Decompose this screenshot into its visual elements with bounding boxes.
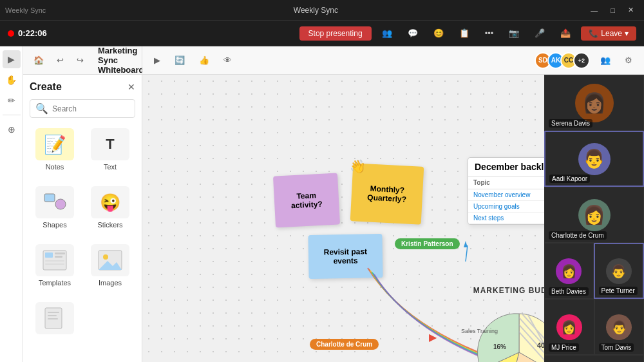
shapes-item[interactable]: Shapes <box>30 181 80 234</box>
settings-btn[interactable]: ⚙ <box>621 53 636 67</box>
whiteboard-canvas[interactable]: Team activity? Monthly? Quarterly? Revis… <box>142 75 544 362</box>
chat-btn[interactable]: 💬 <box>402 26 423 41</box>
create-title: Create <box>30 81 62 93</box>
add-tool[interactable]: ⊕ <box>3 120 21 138</box>
text-icon: T <box>91 128 129 160</box>
avatar-mj: 👩 <box>556 314 582 340</box>
video-row-mj-tom: 👩 MJ Price 👨 Tom Davis <box>544 299 644 355</box>
svg-point-1 <box>55 199 66 209</box>
top-toolbar: 0:22:06 Stop presenting 👥 💬 😊 📋 ••• 📷 🎤 … <box>0 21 644 46</box>
video-feed-last: 👩🏼 <box>544 355 644 362</box>
tag-charlotte: Charlotte de Crum <box>310 339 379 350</box>
svg-text:Sales Training: Sales Training <box>461 328 498 334</box>
create-grid: 📝 Notes T Text Sh <box>30 123 135 342</box>
wb-toolbar-row: ▶ 🔄 👍 👁 SD AK CC +2 👥 ⚙ <box>142 46 644 75</box>
more-item1[interactable] <box>30 297 80 342</box>
svg-rect-12 <box>48 312 59 313</box>
leave-chevron: ▾ <box>625 29 629 38</box>
search-input[interactable] <box>52 104 129 113</box>
wb-view-btn[interactable]: 👁 <box>220 53 236 67</box>
video-row-beth-pete: 👩 Beth Davies 👨 Pete Turner <box>544 243 644 299</box>
wb-like-btn[interactable]: 👍 <box>195 53 213 67</box>
maximize-btn[interactable]: □ <box>605 5 620 15</box>
text-label: Text <box>104 163 117 171</box>
table-title: December backlog <box>468 158 544 176</box>
left-toolbar: ▶ ✋ ✏ ⊕ <box>0 46 23 362</box>
name-serena: Serena Davis <box>549 119 592 128</box>
note-revisit[interactable]: Revisit past events <box>308 234 383 279</box>
topic-1[interactable]: November overview <box>468 189 544 201</box>
video-feed-pete: 👨 Pete Turner <box>594 243 645 299</box>
redo-btn[interactable]: ↪ <box>73 53 88 67</box>
stop-presenting-btn[interactable]: Stop presenting <box>299 26 372 41</box>
timer-display: 0:22:06 <box>8 28 47 38</box>
text-item[interactable]: T Text <box>85 123 135 176</box>
notes-item[interactable]: 📝 Notes <box>30 123 80 176</box>
doc-icon <box>35 302 74 334</box>
panel-header: Create ✕ <box>23 75 142 93</box>
titlebar-title: Weekly Sync <box>46 6 585 15</box>
name-tom: Tom Davis <box>599 343 634 352</box>
undo-btn[interactable]: ↩ <box>53 53 68 67</box>
avatar-beth: 👩 <box>556 258 582 284</box>
wb-recycle-btn[interactable]: 🔄 <box>171 53 189 67</box>
wb-play-btn[interactable]: ▶ <box>150 53 164 67</box>
camera-btn[interactable]: 📷 <box>504 26 524 41</box>
search-box[interactable]: 🔍 <box>30 99 135 118</box>
svg-rect-3 <box>45 252 53 258</box>
video-feed-beth: 👩 Beth Davies <box>544 243 594 299</box>
right-panel: 👩🏾 Serena Davis 👨 Aadi Kapoor <box>544 75 644 362</box>
search-icon: 🔍 <box>35 102 48 115</box>
people-btn[interactable]: 👥 <box>377 26 397 41</box>
topic-2[interactable]: Upcoming goals <box>468 201 544 213</box>
phone-icon: 📞 <box>589 29 598 38</box>
col-topic: Topic <box>468 176 544 189</box>
name-beth: Beth Davies <box>549 287 589 296</box>
templates-label: Templates <box>39 279 71 287</box>
hand-tool[interactable]: ✋ <box>3 71 21 89</box>
topic-3[interactable]: Next steps <box>468 213 544 224</box>
share-btn[interactable]: 📤 <box>555 26 576 41</box>
more-btn[interactable]: ••• <box>480 26 499 41</box>
notes-icon: 📝 <box>35 128 74 160</box>
avatar-aadi: 👨 <box>578 143 611 175</box>
images-label: Images <box>99 279 122 287</box>
minimize-btn[interactable]: — <box>585 5 603 15</box>
images-item[interactable]: Images <box>85 239 135 292</box>
svg-rect-7 <box>45 263 64 265</box>
images-icon <box>91 244 129 276</box>
stickers-item[interactable]: 😜 Stickers <box>85 181 135 234</box>
home-btn[interactable]: 🏠 <box>30 53 48 67</box>
templates-item[interactable]: Templates <box>30 239 80 292</box>
svg-rect-5 <box>55 256 62 258</box>
leave-btn[interactable]: 📞 Leave ▾ <box>581 26 636 41</box>
shapes-label: Shapes <box>43 221 66 229</box>
avatar-row: SD AK CC +2 <box>535 52 590 69</box>
stickers-icon: 😜 <box>91 186 129 218</box>
video-feed-mj: 👩 MJ Price <box>544 299 594 355</box>
pie-chart: 40% 24% 20% 16% Conventions Online Adver… <box>429 298 544 362</box>
note-team-activity[interactable]: Team activity? <box>273 173 340 227</box>
panel-close-btn[interactable]: ✕ <box>128 82 135 92</box>
avatar-charlotte: 👩 <box>578 199 611 231</box>
december-backlog-table[interactable]: December backlog Topic Presenter Due dat… <box>468 157 544 225</box>
marketing-budget: MARKETING BUDGET <box>429 286 544 362</box>
mic-btn[interactable]: 🎤 <box>529 26 550 41</box>
window-controls[interactable]: — □ ✕ <box>585 5 639 15</box>
avatar-pete: 👨 <box>606 258 632 284</box>
emoji-btn[interactable]: 😊 <box>428 26 449 41</box>
whiteboard-title: Marketing Sync Whiteboard <box>98 46 144 75</box>
arrow-indicator: ▶ <box>429 331 437 343</box>
svg-point-9 <box>103 254 108 260</box>
canvas-right-container: Team activity? Monthly? Quarterly? Revis… <box>142 75 644 362</box>
notes-btn[interactable]: 📋 <box>454 26 475 41</box>
shapes-icon <box>35 186 74 218</box>
pen-tool[interactable]: ✏ <box>3 91 21 110</box>
name-pete: Pete Turner <box>599 287 638 295</box>
add-people-btn[interactable]: 👥 <box>596 53 614 67</box>
cursor-tool[interactable]: ▶ <box>3 50 21 68</box>
svg-rect-14 <box>48 318 58 319</box>
center-right: ▶ 🔄 👍 👁 SD AK CC +2 👥 ⚙ <box>142 46 644 362</box>
avatar-tom: 👨 <box>606 314 632 340</box>
close-btn[interactable]: ✕ <box>623 5 639 15</box>
